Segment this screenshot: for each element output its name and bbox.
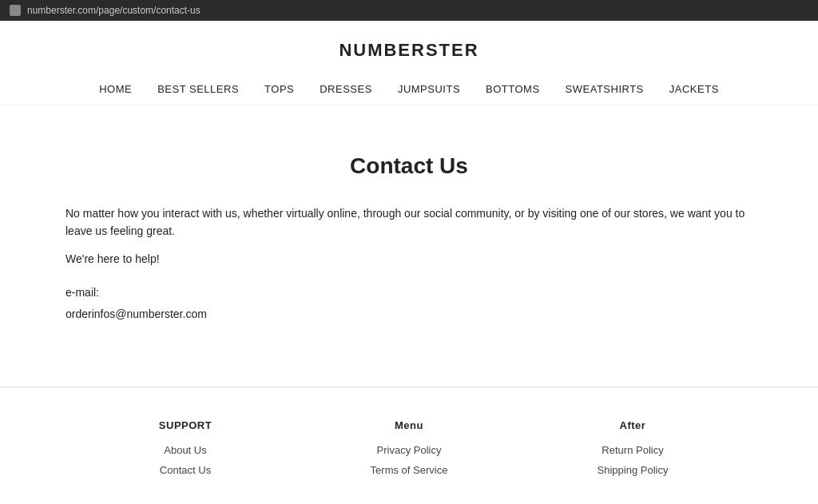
- email-address: orderinfos@numberster.com: [66, 305, 752, 323]
- nav-sweatshirts[interactable]: SWEATSHIRTS: [566, 83, 644, 95]
- footer-col-support: SUPPORT About Us Contact Us: [73, 419, 297, 484]
- nav-dresses[interactable]: DRESSES: [320, 83, 372, 95]
- nav-jackets[interactable]: JACKETS: [669, 83, 719, 95]
- page-title: Contact Us: [66, 153, 752, 179]
- footer-link-privacy[interactable]: Privacy Policy: [297, 444, 521, 456]
- footer-link-return[interactable]: Return Policy: [521, 444, 745, 456]
- main-content: Contact Us No matter how you interact wi…: [50, 105, 768, 387]
- site-header: NUMBERSTER HOME BEST SELLERS TOPS DRESSE…: [0, 21, 818, 105]
- footer-link-about-us[interactable]: About Us: [73, 444, 297, 456]
- nav-jumpsuits[interactable]: JUMPSUITS: [398, 83, 460, 95]
- contact-paragraph-2: We're here to help!: [66, 250, 752, 268]
- contact-paragraph-1: No matter how you interact with us, whet…: [66, 204, 752, 240]
- footer-columns: SUPPORT About Us Contact Us Menu Privacy…: [0, 387, 818, 504]
- footer-col-after-title: After: [521, 419, 745, 431]
- nav-best-sellers[interactable]: BEST SELLERS: [157, 83, 239, 95]
- footer-link-contact-us[interactable]: Contact Us: [73, 464, 297, 476]
- email-label: e-mail:: [66, 284, 752, 301]
- site-nav: HOME BEST SELLERS TOPS DRESSES JUMPSUITS…: [0, 73, 818, 105]
- nav-home[interactable]: HOME: [99, 83, 132, 95]
- footer-col-support-title: SUPPORT: [73, 419, 297, 431]
- footer-col-menu: Menu Privacy Policy Terms of Service: [297, 419, 521, 484]
- footer-col-menu-title: Menu: [297, 419, 521, 431]
- footer-col-after: After Return Policy Shipping Policy: [521, 419, 745, 484]
- url-bar: numberster.com/page/custom/contact-us: [27, 5, 201, 16]
- footer-link-terms[interactable]: Terms of Service: [297, 464, 521, 476]
- site-logo: NUMBERSTER: [0, 40, 818, 61]
- footer-link-shipping[interactable]: Shipping Policy: [521, 464, 745, 476]
- browser-bar: numberster.com/page/custom/contact-us: [0, 0, 818, 21]
- favicon-icon: [10, 5, 21, 16]
- footer: SUPPORT About Us Contact Us Menu Privacy…: [0, 387, 818, 504]
- nav-bottoms[interactable]: BOTTOMS: [486, 83, 540, 95]
- nav-tops[interactable]: TOPS: [264, 83, 294, 95]
- contact-body: No matter how you interact with us, whet…: [66, 204, 752, 323]
